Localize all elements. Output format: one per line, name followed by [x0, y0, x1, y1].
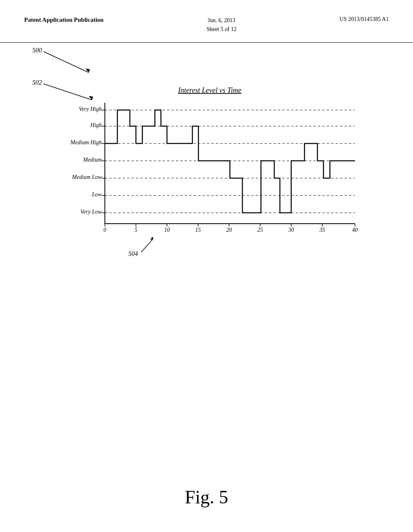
arrow-504 — [141, 239, 153, 252]
figure-caption-text: Fig. 5 — [185, 487, 228, 507]
chart-title: Interest Level vs Time — [178, 86, 242, 94]
ylabel-high: High — [90, 122, 102, 128]
sheet-info: Sheet 5 of 12 — [206, 25, 236, 34]
header-right: US 2013/0145385 A1 — [340, 16, 389, 23]
ylabel-medium-low: Medium Low — [72, 174, 102, 180]
ylabel-medium-high: Medium High — [70, 139, 102, 145]
arrow-500 — [44, 52, 89, 73]
xlabel-10: 10 — [164, 227, 170, 233]
xlabel-5: 5 — [135, 227, 138, 233]
ylabel-low: Low — [92, 191, 102, 197]
publication-title: Patent Application Publication — [24, 17, 104, 23]
figure-5-diagram: 500 502 Interest Level vs Time Very High… — [24, 40, 389, 266]
patent-number: US 2013/0145385 A1 — [340, 16, 389, 22]
xlabel-30: 30 — [288, 227, 294, 233]
header-left: Patent Application Publication — [24, 16, 104, 24]
arrow-502 — [44, 84, 92, 100]
ylabel-medium: Medium — [83, 157, 102, 163]
page: Patent Application Publication Jun. 6, 2… — [0, 0, 413, 532]
xlabel-0: 0 — [104, 227, 106, 233]
xlabel-25: 25 — [257, 227, 263, 233]
publication-date: Jun. 6, 2013 — [206, 16, 236, 25]
step-function-line — [105, 110, 355, 213]
ylabel-very-low: Very Low — [81, 209, 102, 215]
arrow-504-head — [150, 237, 153, 240]
header-center: Jun. 6, 2013 Sheet 5 of 12 — [206, 16, 236, 34]
header: Patent Application Publication Jun. 6, 2… — [0, 0, 413, 43]
label-504: 504 — [128, 250, 138, 257]
label-502: 502 — [32, 79, 42, 86]
xlabel-20: 20 — [226, 227, 232, 233]
xlabel-15: 15 — [195, 227, 201, 233]
label-500: 500 — [32, 47, 42, 54]
xlabel-35: 35 — [319, 227, 325, 233]
figure-caption: Fig. 5 — [185, 486, 228, 508]
ylabel-very-high: Very High — [79, 106, 102, 112]
xlabel-40: 40 — [352, 227, 358, 233]
